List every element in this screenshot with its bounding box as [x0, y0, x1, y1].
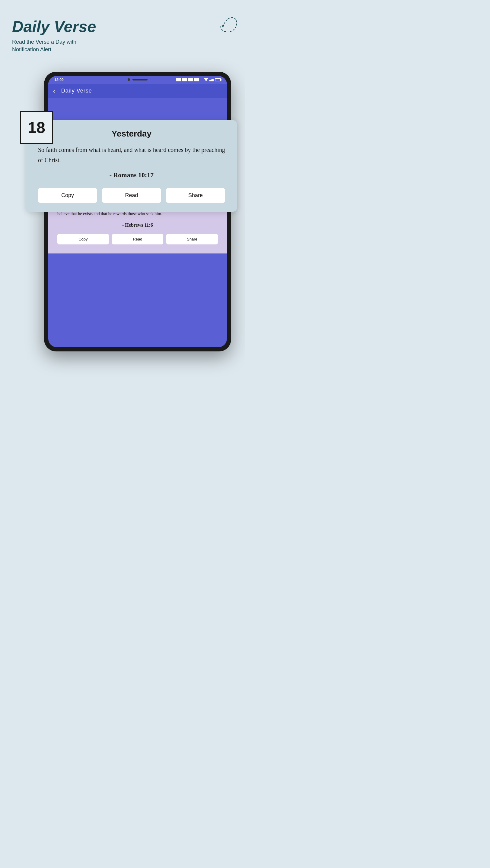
- verse-reference: - Romans 10:17: [38, 171, 225, 179]
- toolbar-title: Daily Verse: [61, 88, 92, 94]
- second-share-button[interactable]: Share: [166, 234, 218, 244]
- wifi-icon: [204, 78, 208, 82]
- share-button[interactable]: Share: [166, 188, 225, 203]
- signal-icon-2: [182, 78, 187, 82]
- page-title: Daily Verse: [12, 18, 233, 35]
- back-button[interactable]: ‹: [53, 87, 55, 94]
- signal-icon-1: [176, 78, 181, 82]
- battery-icon: [215, 78, 221, 82]
- app-toolbar: ‹ Daily Verse: [48, 84, 227, 98]
- phone-notch: [127, 79, 148, 81]
- status-icons: [176, 78, 221, 82]
- verse-text: So faith comes from what is heard, and w…: [38, 145, 225, 165]
- copy-button[interactable]: Copy: [38, 188, 97, 203]
- second-copy-button[interactable]: Copy: [57, 234, 109, 244]
- verse-card-overlay: 18 Yesterday So faith comes from what is…: [26, 120, 237, 212]
- status-time: 12:09: [54, 78, 64, 82]
- speaker-icon: [133, 79, 148, 81]
- signal-icon-3: [188, 78, 193, 82]
- date-badge: 18: [20, 111, 53, 144]
- date-number: 18: [28, 119, 45, 136]
- second-verse-reference: - Hebrews 11:6: [57, 222, 218, 228]
- decorative-circle-icon: [203, 12, 239, 36]
- read-button[interactable]: Read: [102, 188, 161, 203]
- second-action-buttons: Copy Read Share: [57, 234, 218, 244]
- day-label: Yesterday: [38, 129, 225, 138]
- action-buttons: Copy Read Share: [38, 188, 225, 203]
- camera-icon: [127, 79, 130, 81]
- header-section: Daily Verse Read the Verse a Day with No…: [0, 0, 245, 60]
- signal-strength-icon: [209, 78, 213, 82]
- signal-icon-4: [194, 78, 199, 82]
- second-read-button[interactable]: Read: [112, 234, 164, 244]
- page-subtitle: Read the Verse a Day with Notification A…: [12, 38, 96, 53]
- phone-mockup: 12:09 ‹ Daily Verse And w: [44, 72, 231, 351]
